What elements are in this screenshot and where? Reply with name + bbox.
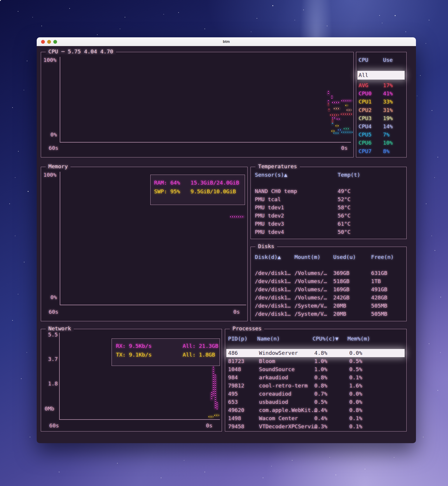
memory-panel: Memory 100% 0% 60s 0s RAM: 64% 15.3GiB/2… (41, 167, 248, 321)
cpu-legend-row[interactable]: CPU3 19% (356, 114, 406, 122)
cpu-legend-panel: CPU Use All AVG 17% CPU0 41% (356, 52, 407, 157)
rx-rate: RX: 9.5Kb/s (116, 342, 183, 350)
sensor-name: PMU tcal (255, 195, 338, 203)
network-y-2: 1.8 (48, 380, 58, 387)
process-mem: 0.1% (349, 373, 405, 382)
cpu-y-max: 100% (43, 57, 57, 63)
network-rate-box: RX: 9.5Kb/s All: 21.3GB TX: 9.1Kb/s All:… (112, 338, 220, 366)
cpu-panel: CPU ─ 5.75 4.04 4.70 100% 0% 60s 0s (41, 52, 354, 157)
disk-row[interactable]: /dev/disk1… /System/V… 20MB 505MB (251, 310, 406, 318)
disk-row[interactable]: /dev/disk1… /Volumes/… 169GB 491GB (251, 285, 406, 294)
memory-x-left: 60s (49, 309, 58, 315)
disk-device: /dev/disk1… (255, 277, 294, 285)
process-row[interactable]: 49620 com.apple.WebKit.… 0.4% 0.8% (226, 406, 405, 414)
cpu-legend-value: 33% (383, 98, 404, 106)
cpu-legend-label: CPU7 (359, 147, 383, 155)
cpu-legend-value: 41% (383, 90, 404, 98)
process-name: cool-retro-term (259, 382, 314, 390)
sensor-name: PMU tdev4 (255, 228, 338, 236)
process-row[interactable]: 1498 Wacom Center 0.4% 0.1% (226, 414, 405, 422)
process-name: arkaudiod (259, 373, 314, 382)
processes-panel-title: Processes (230, 325, 264, 331)
temperature-row[interactable]: PMU tdev2 56°C (251, 212, 406, 220)
temperature-row[interactable]: PMU tdev3 61°C (251, 220, 406, 228)
disk-row[interactable]: /dev/disk1… /Volumes/… 369GB 631GB (251, 269, 406, 277)
process-pid: 1498 (228, 414, 259, 422)
network-y-1: 3.7 (48, 356, 58, 362)
process-pid: 486 (228, 349, 259, 357)
temperatures-panel-title: Temperatures (255, 163, 300, 169)
disk-used: 518GB (333, 277, 371, 285)
temperature-row[interactable]: PMU tdev4 50°C (251, 228, 406, 236)
process-row[interactable]: 79458 VTDecoderXPCServi… 0.3% 0.1% (226, 422, 405, 431)
disk-mount: /Volumes/… (294, 269, 333, 277)
sensor-name: PMU tdev2 (255, 212, 338, 220)
disk-mount: /System/V… (294, 302, 333, 310)
process-row[interactable]: 984 arkaudiod 0.8% 0.1% (226, 373, 405, 382)
cpu-legend-value: 10% (383, 139, 404, 147)
process-pid: 984 (228, 373, 259, 382)
disk-free: 491GB (371, 285, 406, 294)
process-pid: 81723 (228, 357, 259, 365)
cpu-legend-label: CPU2 (359, 106, 383, 114)
process-cpu: 0.5% (314, 398, 349, 406)
cpu-legend-row[interactable]: CPU4 14% (356, 122, 406, 131)
cpu-legend-row[interactable]: AVG 17% (356, 81, 406, 90)
cpu-panel-title: CPU ─ 5.75 4.04 4.70 (46, 48, 116, 55)
window-title: btm (37, 37, 416, 46)
temps-col-temp: Temp(t) (338, 172, 406, 178)
cpu-legend-row[interactable]: CPU1 33% (356, 98, 406, 106)
memory-x-axis (60, 305, 246, 305)
disk-row[interactable]: /dev/disk1… /Volumes/… 242GB 428GB (251, 294, 406, 302)
terminal-content: CPU ─ 5.75 4.04 4.70 100% 0% 60s 0s CPU … (37, 46, 416, 443)
cpu-legend-row[interactable]: CPU6 10% (356, 139, 406, 147)
disk-rows: /dev/disk1… /Volumes/… 369GB 631GB /dev/… (251, 269, 406, 318)
cpu-legend-rows: AVG 17% CPU0 41% CPU1 33% CPU2 (356, 81, 406, 155)
disks-col-disk: Disk(d)▲ (255, 254, 294, 260)
process-row[interactable]: 81723 Bloom 1.0% 0.5% (226, 357, 405, 365)
process-mem: 0.1% (349, 422, 405, 431)
process-cpu: 1.0% (314, 357, 349, 365)
process-name: Wacom Center (259, 414, 314, 422)
process-row[interactable]: 653 usbaudiod 0.5% 0.0% (226, 398, 405, 406)
memory-y-max: 100% (43, 172, 57, 178)
cpu-legend-row[interactable]: CPU7 8% (356, 147, 406, 155)
process-row[interactable]: 486 WindowServer 4.8% 0.0% (226, 349, 405, 357)
process-name: Bloom (259, 357, 314, 365)
cpu-legend-label: CPU4 (359, 122, 383, 131)
temperature-row[interactable]: PMU tdev1 58°C (251, 203, 406, 212)
network-x-right: 0s (206, 422, 212, 429)
cpu-legend-row[interactable]: CPU0 41% (356, 90, 406, 98)
disk-free: 631GB (371, 269, 406, 277)
process-cpu: 0.8% (314, 382, 349, 390)
process-mem: 0.8% (349, 406, 405, 414)
disk-row[interactable]: /dev/disk1… /Volumes/… 518GB 1TB (251, 277, 406, 285)
process-row[interactable]: 1048 SoundSource 1.0% 0.5% (226, 365, 405, 373)
cpu-legend-row[interactable]: CPU2 31% (356, 106, 406, 114)
process-name: com.apple.WebKit.… (259, 406, 314, 414)
network-x-left: 60s (49, 422, 59, 429)
disks-panel-title: Disks (255, 243, 277, 249)
process-pid: 1048 (228, 365, 259, 373)
proc-col-name: Name(n) (257, 336, 313, 342)
temps-col-sensor: Sensor(s)▲ (255, 172, 338, 178)
cpu-legend-label: CPU3 (359, 114, 383, 122)
disk-device: /dev/disk1… (255, 285, 294, 294)
disk-device: /dev/disk1… (255, 302, 294, 310)
disk-device: /dev/disk1… (255, 310, 294, 318)
process-row[interactable]: 79812 cool-retro-term 0.8% 1.6% (226, 382, 405, 390)
cpu-legend-col-use: Use (383, 57, 404, 63)
temperature-row[interactable]: PMU tcal 52°C (251, 195, 406, 203)
disks-col-used: Used(u) (333, 254, 371, 260)
cpu-legend-row[interactable]: CPU5 7% (356, 131, 406, 139)
window-titlebar[interactable]: btm (37, 37, 416, 46)
cpu-legend-selected-row[interactable]: All (357, 71, 405, 80)
disk-row[interactable]: /dev/disk1… /System/V… 20MB 505MB (251, 302, 406, 310)
cpu-x-axis (60, 142, 351, 143)
disk-used: 169GB (333, 285, 371, 294)
temperature-row[interactable]: NAND CH0 temp 49°C (251, 187, 406, 195)
process-rows: 486 WindowServer 4.8% 0.0% 81723 Bloom 1… (226, 349, 405, 431)
process-pid: 79812 (228, 382, 259, 390)
disk-mount: /System/V… (294, 310, 333, 318)
process-row[interactable]: 495 coreaudiod 0.7% 0.0% (226, 390, 405, 398)
